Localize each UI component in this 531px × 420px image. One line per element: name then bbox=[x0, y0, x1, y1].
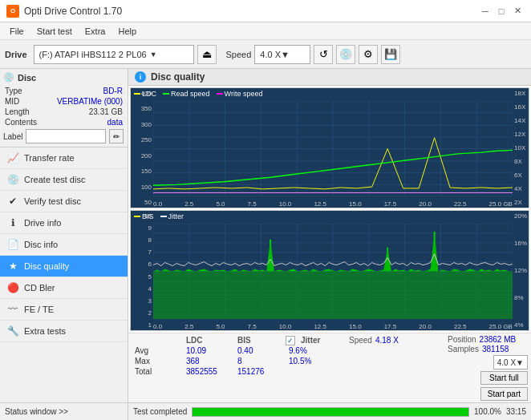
disc-quality-icon: ★ bbox=[6, 260, 19, 273]
sidebar-item-cd-bler[interactable]: 🔴 CD Bler bbox=[0, 277, 128, 299]
action-buttons: Start full Start part bbox=[477, 371, 528, 401]
bottom-statusbar: Test completed 100.0% 33:15 bbox=[128, 402, 531, 420]
stats-area: LDC BIS ✓ Jitter Speed 4.18 X Avg 10.09 … bbox=[128, 333, 531, 402]
legend-bis: BIS bbox=[134, 212, 154, 220]
drive-select-arrow-icon: ▼ bbox=[150, 50, 157, 59]
sidebar-item-fe-te[interactable]: 〰 FE / TE bbox=[0, 299, 128, 321]
charts-area: LDC Read speed Write speed 400 350 300 bbox=[128, 86, 531, 333]
legend-write: Write speed bbox=[217, 90, 263, 98]
jitter-checkbox[interactable]: ✓ bbox=[286, 336, 295, 345]
sidebar-item-transfer-rate[interactable]: 📈 Transfer rate bbox=[0, 147, 128, 169]
titlebar-title: Opti Drive Control 1.70 bbox=[24, 6, 122, 17]
main-area: 💿 Disc Type BD-R MID VERBATIMe (000) Len… bbox=[0, 69, 531, 420]
stats-avg-row: Avg 10.09 0.40 9.6% bbox=[132, 345, 448, 356]
sidebar-item-label-transfer-rate: Transfer rate bbox=[24, 153, 75, 163]
titlebar: O Opti Drive Control 1.70 ─ □ ✕ bbox=[0, 0, 531, 22]
speed-header-row: Speed 4.18 X bbox=[349, 335, 399, 345]
quality-icon: i bbox=[135, 71, 146, 83]
drive-info-icon: ℹ bbox=[6, 216, 19, 229]
chart2-grid bbox=[153, 224, 513, 319]
disc-info-icon: 📄 bbox=[6, 238, 19, 251]
disc-type-key: Type bbox=[5, 87, 22, 95]
disc-type-val: BD-R bbox=[103, 87, 123, 95]
minimize-button[interactable]: ─ bbox=[478, 4, 492, 18]
avg-bis: 0.40 bbox=[234, 345, 282, 356]
menu-file[interactable]: File bbox=[3, 25, 30, 38]
chart1-legend: LDC Read speed Write speed bbox=[134, 90, 262, 98]
stats-total-row: Total 3852555 151276 bbox=[132, 366, 448, 377]
disc-length-key: Length bbox=[5, 107, 30, 116]
sidebar-item-label-create-test-disc: Create test disc bbox=[24, 175, 85, 184]
start-part-button[interactable]: Start part bbox=[480, 387, 528, 401]
content-area: i Disc quality LDC Read speed bbox=[128, 69, 531, 420]
menu-help[interactable]: Help bbox=[111, 25, 143, 38]
refresh-button[interactable]: ↺ bbox=[314, 45, 333, 64]
svg-rect-44 bbox=[153, 272, 513, 320]
settings-button[interactable]: ⚙ bbox=[359, 45, 378, 64]
jitter-dot bbox=[160, 216, 167, 217]
save-button[interactable]: 💾 bbox=[381, 45, 400, 64]
disc-label-edit-button[interactable]: ✏ bbox=[109, 129, 124, 143]
fe-te-icon: 〰 bbox=[6, 303, 19, 316]
chart2-x-axis: 0.0 2.5 5.0 7.5 10.0 12.5 15.0 17.5 20.0… bbox=[153, 323, 513, 330]
start-full-button[interactable]: Start full bbox=[480, 371, 528, 385]
legend-read: Read speed bbox=[163, 90, 210, 98]
speed-select[interactable]: 4.0 X ▼ bbox=[254, 45, 310, 64]
chart2-y-left: 10 9 8 7 6 5 4 3 2 1 bbox=[131, 211, 153, 330]
menu-start-test[interactable]: Start test bbox=[30, 25, 79, 38]
disc-icon-btn[interactable]: 💿 bbox=[336, 45, 355, 64]
sidebar-item-drive-info[interactable]: ℹ Drive info bbox=[0, 212, 128, 234]
legend-ldc: LDC bbox=[134, 90, 156, 98]
col-bis-header: BIS bbox=[234, 335, 282, 345]
disc-label-key: Label bbox=[3, 132, 22, 141]
stats-table: LDC BIS ✓ Jitter Speed 4.18 X Avg 10.09 … bbox=[132, 335, 448, 401]
samples-val: 381158 bbox=[482, 345, 509, 353]
sidebar-item-label-extra-tests: Extra tests bbox=[24, 326, 66, 336]
disc-length-row: Length 23.31 GB bbox=[3, 107, 124, 117]
read-label: Read speed bbox=[171, 90, 210, 98]
disc-panel-title: Disc bbox=[18, 73, 36, 83]
col-empty bbox=[132, 335, 180, 345]
sidebar-item-disc-quality[interactable]: ★ Disc quality bbox=[0, 256, 128, 277]
bis-dot bbox=[134, 216, 140, 217]
sidebar-item-label-disc-quality: Disc quality bbox=[24, 261, 69, 271]
status-window-button[interactable]: Status window >> bbox=[5, 407, 68, 416]
speed-select-arrow-icon: ▼ bbox=[281, 50, 290, 59]
disc-header: 💿 Disc bbox=[3, 72, 124, 83]
status-text: Test completed bbox=[133, 407, 187, 416]
avg-jitter: 9.6% bbox=[286, 345, 334, 356]
eject-button[interactable]: ⏏ bbox=[197, 45, 217, 64]
sidebar-item-extra-tests[interactable]: 🔧 Extra tests bbox=[0, 321, 128, 342]
app-icon: O bbox=[6, 5, 19, 18]
sidebar-item-label-cd-bler: CD Bler bbox=[24, 283, 55, 293]
chart-speed-select[interactable]: 4.0 X▼ bbox=[493, 355, 528, 370]
menu-extra[interactable]: Extra bbox=[79, 25, 112, 38]
disc-type-row: Type BD-R bbox=[3, 86, 124, 96]
disc-mid-row: MID VERBATIMe (000) bbox=[3, 96, 124, 107]
write-dot bbox=[217, 93, 223, 95]
sidebar: 💿 Disc Type BD-R MID VERBATIMe (000) Len… bbox=[0, 69, 128, 420]
transfer-rate-icon: 📈 bbox=[6, 151, 19, 164]
speed-label: Speed bbox=[226, 50, 252, 59]
disc-mid-val: VERBATIMe (000) bbox=[57, 97, 123, 106]
sidebar-item-create-test-disc[interactable]: 💿 Create test disc bbox=[0, 169, 128, 191]
total-bis: 151276 bbox=[234, 366, 282, 377]
sidebar-item-verify-test-disc[interactable]: ✔ Verify test disc bbox=[0, 191, 128, 212]
bis-label: BIS bbox=[142, 212, 154, 220]
total-ldc: 3852555 bbox=[183, 366, 231, 377]
drive-select[interactable]: (F:) ATAPI iHBS112 2 PL06 ▼ bbox=[34, 45, 194, 64]
jitter-checkbox-group: ✓ Jitter bbox=[286, 335, 346, 345]
disc-contents-key: Contents bbox=[5, 118, 37, 127]
maximize-button[interactable]: □ bbox=[494, 4, 509, 18]
chart1-grid bbox=[153, 101, 513, 196]
cd-bler-icon: 🔴 bbox=[6, 281, 19, 294]
ldc-label: LDC bbox=[142, 90, 156, 98]
total-label: Total bbox=[132, 366, 180, 377]
sidebar-item-disc-info[interactable]: 📄 Disc info bbox=[0, 234, 128, 256]
col-ldc-header: LDC bbox=[183, 335, 231, 345]
disc-label-input[interactable] bbox=[26, 129, 106, 143]
menubar: File Start test Extra Help bbox=[0, 22, 531, 40]
titlebar-controls[interactable]: ─ □ ✕ bbox=[478, 4, 525, 18]
chart-ldc: LDC Read speed Write speed 400 350 300 bbox=[130, 87, 529, 208]
close-button[interactable]: ✕ bbox=[510, 4, 525, 18]
